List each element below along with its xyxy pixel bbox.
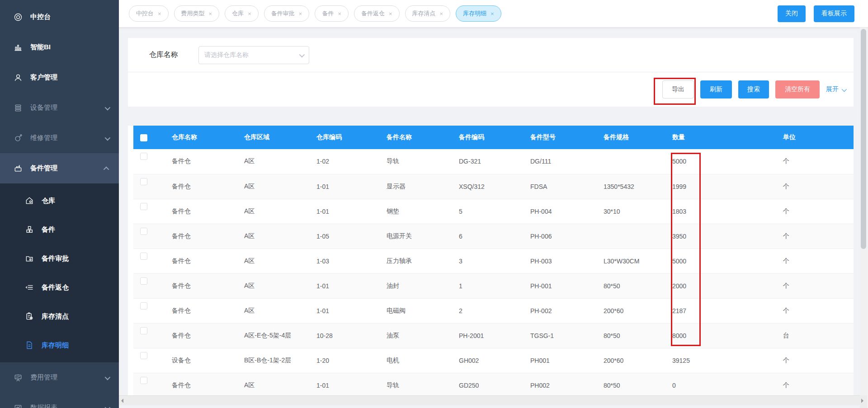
sidebar-group-expenses[interactable]: 费用管理: [0, 362, 119, 393]
sidebar-item-stocktake[interactable]: 库存清点: [0, 302, 119, 331]
tab-parts-approval[interactable]: 备件审批 ×: [264, 5, 310, 22]
warehouse-name-select[interactable]: 请选择仓库名称: [198, 46, 309, 64]
row-checkbox[interactable]: [140, 352, 147, 359]
cell-qty: 3950: [665, 224, 776, 249]
tab-close-icon[interactable]: ×: [248, 11, 251, 17]
tab-stocktake[interactable]: 库存清点 ×: [405, 5, 451, 22]
horizontal-scrollbar[interactable]: [119, 395, 860, 405]
cell-qty: 2000: [665, 273, 776, 298]
sidebar-item-console[interactable]: 中控台: [0, 2, 119, 32]
chevron-down-icon: [105, 134, 109, 142]
sidebar-item-bi[interactable]: 智能BI: [0, 32, 119, 62]
tab-stock-detail[interactable]: 库存明细 ×: [456, 5, 501, 22]
tab-label: 备件: [322, 9, 334, 18]
sidebar-item-stock-detail[interactable]: 库存明细: [0, 331, 119, 360]
scrollbar-corner[interactable]: [860, 395, 867, 408]
row-checkbox[interactable]: [140, 277, 147, 285]
tab-close-icon[interactable]: ×: [299, 11, 302, 17]
vertical-scrollbar-thumb[interactable]: [861, 29, 866, 249]
sidebar-item-parts[interactable]: 备件: [0, 215, 119, 244]
cell-unit: 台: [776, 323, 854, 348]
tab-close-icon[interactable]: ×: [389, 11, 392, 17]
sidebar-item-customers[interactable]: 客户管理: [0, 62, 119, 93]
export-button[interactable]: 导出: [662, 80, 694, 98]
cell-part_spec: 200*60: [597, 348, 665, 373]
row-checkbox[interactable]: [140, 153, 147, 160]
row-checkbox-cell: [133, 298, 165, 323]
cell-code: 1-01: [310, 298, 380, 323]
row-checkbox[interactable]: [140, 327, 147, 334]
tab-expense-type[interactable]: 费用类型 ×: [174, 5, 220, 22]
close-button[interactable]: 关闭: [778, 5, 806, 22]
search-button[interactable]: 搜索: [738, 80, 769, 98]
cell-area: A区: [237, 224, 310, 249]
tab-close-icon[interactable]: ×: [440, 11, 443, 17]
sidebar-item-parts-approval[interactable]: 备件审批: [0, 244, 119, 273]
sidebar-item-label: 备件审批: [42, 254, 69, 263]
tab-close-icon[interactable]: ×: [209, 11, 212, 17]
row-checkbox[interactable]: [140, 253, 147, 260]
sidebar-group-repair[interactable]: 维修管理: [0, 123, 119, 153]
cell-part_name: 电磁阀: [380, 298, 452, 323]
vertical-scrollbar[interactable]: [860, 28, 867, 408]
sidebar: 中控台 智能BI 客户管理 设备管理 维修管理 备件管理: [0, 0, 119, 408]
sidebar-group-spare-parts[interactable]: 备件管理: [0, 153, 119, 183]
filter-card: 仓库名称 请选择仓库名称 导出 刷新 搜索 清空所有 展开: [128, 38, 854, 107]
cell-area: A区: [237, 298, 310, 323]
sidebar-item-parts-return[interactable]: 备件返仓: [0, 273, 119, 302]
tab-close-icon[interactable]: ×: [491, 11, 494, 17]
row-checkbox[interactable]: [140, 203, 147, 210]
sidebar-item-warehouse[interactable]: 仓库: [0, 186, 119, 215]
sidebar-item-label: 备件返仓: [42, 283, 69, 292]
cell-part_name: 钢垫: [380, 199, 452, 224]
cell-part_code: 3: [452, 249, 524, 273]
tab-console[interactable]: 中控台 ×: [129, 5, 169, 22]
row-checkbox[interactable]: [140, 377, 147, 384]
select-all-checkbox[interactable]: [140, 134, 147, 141]
cell-code: 1-01: [310, 199, 380, 224]
cell-area: A区: [237, 174, 310, 199]
tab-parts[interactable]: 备件 ×: [315, 5, 349, 22]
cell-warehouse: 备件仓: [165, 149, 237, 174]
cell-part_name: 显示器: [380, 174, 452, 199]
expand-link[interactable]: 展开: [826, 85, 845, 94]
dashboard-icon: [14, 13, 23, 22]
row-checkbox-cell: [133, 249, 165, 273]
sidebar-group-reports[interactable]: 数据报表: [0, 393, 119, 408]
cell-unit: 个: [776, 199, 854, 224]
clear-all-button[interactable]: 清空所有: [775, 80, 820, 98]
row-checkbox-cell: [133, 323, 165, 348]
cell-warehouse: 备件仓: [165, 323, 237, 348]
cell-part_code: DG-321: [452, 149, 524, 174]
scroll-left-arrow-icon[interactable]: [121, 399, 123, 403]
tab-warehouse[interactable]: 仓库 ×: [225, 5, 259, 22]
cell-unit: 个: [776, 249, 854, 273]
row-checkbox[interactable]: [140, 228, 147, 235]
sidebar-item-label: 设备管理: [30, 103, 57, 112]
cell-part_spec: 80*50: [597, 323, 665, 348]
row-checkbox-cell: [133, 149, 165, 174]
row-checkbox-cell: [133, 224, 165, 249]
row-checkbox-cell: [133, 199, 165, 224]
cell-part_spec: L30*W30CM: [597, 249, 665, 273]
board-display-button[interactable]: 看板展示: [814, 5, 854, 22]
tab-close-icon[interactable]: ×: [158, 11, 161, 17]
refresh-button[interactable]: 刷新: [700, 80, 732, 98]
sidebar-item-label: 备件: [42, 225, 55, 234]
cell-unit: 个: [776, 149, 854, 174]
table-body: 备件仓A区1-02导轨DG-321DG/1115000个备件仓A区1-01显示器…: [133, 149, 854, 395]
device-icon: [14, 103, 23, 113]
sidebar-item-label: 库存明细: [42, 341, 69, 350]
return-icon: [25, 283, 34, 292]
row-checkbox[interactable]: [140, 302, 147, 310]
tab-label: 库存明细: [463, 9, 486, 18]
tab-close-icon[interactable]: ×: [338, 11, 341, 17]
scroll-right-arrow-icon[interactable]: [861, 399, 863, 403]
sidebar-item-label: 费用管理: [30, 373, 57, 382]
tab-label: 库存清点: [412, 9, 436, 18]
sidebar-group-devices[interactable]: 设备管理: [0, 93, 119, 123]
cell-part_spec: 30*10: [597, 199, 665, 224]
cell-code: 1-01: [310, 373, 380, 395]
tab-parts-return[interactable]: 备件返仓 ×: [354, 5, 400, 22]
row-checkbox[interactable]: [140, 178, 147, 185]
